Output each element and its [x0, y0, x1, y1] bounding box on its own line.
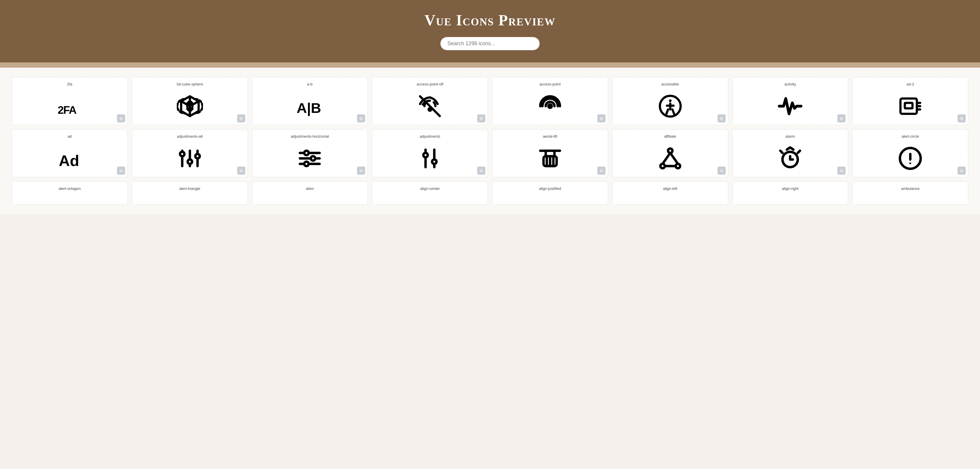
- svg-point-27: [423, 153, 428, 157]
- icon-card-activity: activity: [732, 77, 848, 125]
- icon-card-affiliate: affiliate: [612, 129, 728, 177]
- icon-name-ad: ad: [68, 134, 72, 138]
- icon-name-a-b: a-b: [307, 82, 313, 86]
- copy-button-alarm[interactable]: [837, 167, 846, 175]
- icon-name-2fa: 2fa: [67, 82, 72, 86]
- svg-text:2FA: 2FA: [58, 104, 77, 116]
- icon-display-access-point: [495, 91, 606, 122]
- icon-display-accessible: [615, 91, 725, 122]
- svg-point-17: [188, 159, 192, 164]
- icon-display-ad: Ad: [14, 143, 125, 174]
- icon-card-align-center-partial: align-center: [372, 181, 488, 205]
- icon-display-adjustments-horizontal: [255, 143, 366, 174]
- icon-grid-row-3-partial: alert-octagon alert-triangle alien align…: [12, 181, 968, 205]
- icon-card-accessible: accessible: [612, 77, 728, 125]
- icon-card-access-point: access-point: [492, 77, 608, 125]
- svg-point-3: [429, 108, 431, 111]
- icon-card-ad-2: ad-2: [852, 77, 968, 125]
- copy-button-adjustments-alt[interactable]: [237, 167, 245, 175]
- icon-card-2fa: 2fa 2FA: [12, 77, 128, 125]
- icon-name-adjustments-alt: adjustments-alt: [177, 134, 203, 138]
- svg-rect-7: [900, 99, 917, 114]
- icon-name-access-point: access-point: [539, 82, 561, 86]
- svg-text:A|B: A|B: [297, 100, 321, 116]
- copy-button-ad[interactable]: [117, 167, 125, 175]
- icon-card-3d-cube-sphere: 3d-cube-sphere: [132, 77, 248, 125]
- icon-name-activity: activity: [784, 82, 796, 86]
- icon-display-2fa: 2FA: [14, 91, 125, 122]
- icon-card-aerial-lift: aerial-lift: [492, 129, 608, 177]
- icon-name-align-justified: align-justified: [539, 186, 561, 191]
- icon-name-align-left: align-left: [663, 186, 677, 191]
- icon-card-access-point-off: access-point-off: [372, 77, 488, 125]
- icon-card-ad: ad Ad: [12, 129, 128, 177]
- svg-text:Ad: Ad: [59, 152, 79, 169]
- svg-point-4: [548, 105, 552, 108]
- icon-card-alert-triangle-partial: alert-triangle: [132, 181, 248, 205]
- icon-name-access-point-off: access-point-off: [417, 82, 443, 86]
- search-container: [6, 37, 974, 50]
- icon-card-alarm: alarm: [732, 129, 848, 177]
- copy-button-a-b[interactable]: [357, 114, 365, 122]
- svg-point-18: [195, 154, 199, 158]
- copy-button-ad-2[interactable]: [958, 114, 966, 122]
- search-input[interactable]: [441, 37, 539, 50]
- icon-card-align-right-partial: align-right: [732, 181, 848, 205]
- icon-card-align-justified-partial: align-justified: [492, 181, 608, 205]
- copy-button-accessible[interactable]: [718, 114, 725, 122]
- icon-card-a-b: a-b A|B: [252, 77, 368, 125]
- icon-display-a-b: A|B: [255, 91, 366, 122]
- copy-button-adjustments[interactable]: [477, 167, 485, 175]
- svg-line-39: [662, 153, 670, 164]
- header: Vue Icons Preview: [0, 0, 980, 68]
- svg-point-16: [180, 152, 185, 156]
- svg-point-47: [909, 162, 911, 164]
- icon-name-alien: alien: [306, 186, 314, 191]
- icon-card-alien-partial: alien: [252, 181, 368, 205]
- icon-name-align-center: align-center: [420, 186, 440, 191]
- icon-display-ad-2: [855, 91, 966, 122]
- icon-display-adjustments: [374, 143, 485, 174]
- icon-card-alert-octagon-partial: alert-octagon: [12, 181, 128, 205]
- icon-card-adjustments-alt: adjustments-alt: [132, 129, 248, 177]
- page-title: Vue Icons Preview: [6, 12, 974, 29]
- copy-button-access-point-off[interactable]: [477, 114, 485, 122]
- copy-button-access-point[interactable]: [597, 114, 606, 122]
- svg-point-24: [304, 162, 309, 166]
- icon-name-affiliate: affiliate: [664, 134, 676, 138]
- icon-grid-row-1: 2fa 2FA 3d-cube-sphere: [12, 77, 968, 125]
- icon-card-align-left-partial: align-left: [612, 181, 728, 205]
- icon-name-alert-octagon: alert-octagon: [59, 186, 81, 191]
- icon-display-aerial-lift: [495, 143, 606, 174]
- icon-name-aerial-lift: aerial-lift: [543, 134, 557, 138]
- icon-card-adjustments: adjustments: [372, 129, 488, 177]
- icon-name-adjustments: adjustments: [420, 134, 440, 138]
- icon-card-alert-circle: alert-circle: [852, 129, 968, 177]
- icon-grid-row-2: ad Ad adjustments-alt: [12, 129, 968, 177]
- icon-card-ambulance-partial: ambulance: [852, 181, 968, 205]
- svg-point-23: [311, 156, 315, 161]
- copy-button-2fa[interactable]: [117, 114, 125, 122]
- icon-display-activity: [735, 91, 846, 122]
- svg-point-22: [304, 151, 309, 155]
- svg-point-28: [432, 159, 437, 164]
- copy-button-affiliate[interactable]: [718, 167, 725, 175]
- icon-name-alarm: alarm: [786, 134, 795, 138]
- copy-button-alert-circle[interactable]: [958, 167, 966, 175]
- copy-button-aerial-lift[interactable]: [597, 167, 606, 175]
- icon-name-adjustments-horizontal: adjustments-horizontal: [291, 134, 329, 138]
- svg-line-40: [670, 153, 678, 164]
- icon-display-adjustments-alt: [134, 143, 245, 174]
- icon-display-access-point-off: [374, 91, 485, 122]
- copy-button-adjustments-horizontal[interactable]: [357, 167, 365, 175]
- icon-display-alert-circle: [855, 143, 966, 174]
- icon-name-align-right: align-right: [782, 186, 799, 191]
- main-content: 2fa 2FA 3d-cube-sphere: [0, 68, 980, 214]
- icon-name-alert-circle: alert-circle: [902, 134, 919, 138]
- copy-button-activity[interactable]: [837, 114, 846, 122]
- icon-name-accessible: accessible: [661, 82, 679, 86]
- icon-name-ad-2: ad-2: [907, 82, 914, 86]
- icon-name-ambulance: ambulance: [901, 186, 920, 191]
- copy-button-3d-cube-sphere[interactable]: [237, 114, 245, 122]
- icon-card-adjustments-horizontal: adjustments-horizontal: [252, 129, 368, 177]
